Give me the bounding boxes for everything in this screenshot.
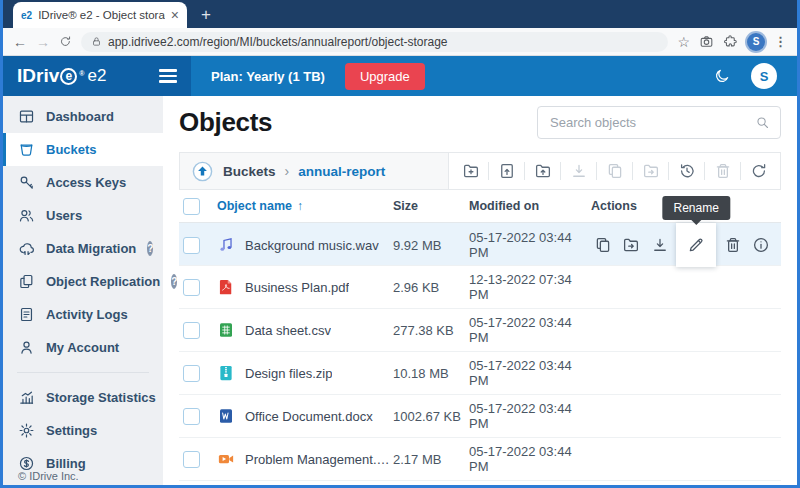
object-modified: 05-17-2022 03:44 PM [469,315,591,345]
tab-close-icon[interactable]: × [171,8,179,22]
sidebar-item-access-keys[interactable]: Access Keys [3,166,163,199]
row-action-info-button[interactable] [749,233,773,257]
object-row-business-plan-pdf[interactable]: Business Plan.pdf2.96 KB12-13-2022 07:34… [179,266,781,309]
dark-mode-moon-icon[interactable] [713,67,731,85]
back-icon[interactable]: ← [13,35,27,49]
object-size: 2.17 MB [393,452,469,467]
upload-file-button[interactable] [494,159,519,184]
folder-upload-icon [534,162,552,180]
address-bar[interactable]: app.idrivee2.com/region/MI/buckets/annua… [81,32,668,52]
object-row-problem-management-avi[interactable]: Problem Management.avi2.17 MB05-17-2022 … [179,438,781,481]
versions-button[interactable] [674,159,699,184]
file-audio-icon [217,236,235,254]
folder-move-icon [642,162,660,180]
sidebar-item-dashboard[interactable]: Dashboard [3,100,163,133]
rename-tooltip: Rename [662,196,729,220]
sidebar-divider [17,372,149,373]
go-up-icon[interactable] [191,160,214,183]
download-button [566,159,591,184]
lock-icon [91,36,102,47]
sidebar-item-storage-statistics[interactable]: Storage Statistics [3,381,163,414]
select-all-checkbox[interactable] [183,198,200,215]
favicon: e2 [21,10,32,21]
dashboard-icon [18,108,35,125]
toolbar-separator [596,162,597,180]
logo-area: IDrive®e2 [3,56,191,96]
column-object-name[interactable]: Object name ↑ [217,199,393,213]
sidebar-item-object-replication[interactable]: Object Replication? [3,265,163,298]
row-checkbox[interactable] [183,408,200,425]
sort-ascending-icon: ↑ [297,199,303,213]
browser-menu-icon[interactable]: ⋮ [774,34,787,49]
trash-icon [714,162,732,180]
cloud-migration-icon [18,240,35,257]
menu-hamburger-icon[interactable] [159,69,177,83]
row-action-rename-button[interactable]: Rename [676,223,716,267]
object-row-design-files-zip[interactable]: Design files.zip10.18 MB05-17-2022 03:44… [179,352,781,395]
sidebar-item-activity-logs[interactable]: Activity Logs [3,298,163,331]
reload-icon[interactable] [59,35,72,48]
row-checkbox[interactable] [183,365,200,382]
sidebar-item-settings[interactable]: Settings [3,414,163,447]
browser-tab[interactable]: e2 IDrive® e2 - Object storage × [13,2,187,28]
row-checkbox[interactable] [183,451,200,468]
row-action-copy-button[interactable] [591,233,615,257]
tab-title: IDrive® e2 - Object storage [38,9,165,21]
search-box[interactable] [537,106,781,139]
help-icon[interactable]: ? [171,274,177,289]
search-icon[interactable] [755,115,770,130]
sidebar-item-users[interactable]: Users [3,199,163,232]
object-size: 2.96 KB [393,280,469,295]
extensions-puzzle-icon[interactable] [723,34,738,49]
key-icon [18,174,35,191]
object-name: Business Plan.pdf [245,280,349,295]
object-row-office-document-docx[interactable]: Office Document.docx1002.67 KB05-17-2022… [179,395,781,438]
object-size: 1002.67 KB [393,409,469,424]
object-size: 10.18 MB [393,366,469,381]
help-icon[interactable]: ? [147,241,153,256]
toolbar-separator [704,162,705,180]
camera-extension-icon[interactable] [699,34,714,49]
object-modified: 12-13-2022 07:34 PM [469,272,591,302]
sidebar-item-my-account[interactable]: My Account [3,331,163,364]
object-name: Problem Management.avi [245,452,393,467]
row-action-delete-button[interactable] [721,233,745,257]
download-icon [570,162,588,180]
toolbar-separator [560,162,561,180]
users-icon [18,207,35,224]
object-modified: 05-17-2022 03:44 PM [469,401,591,431]
sidebar-item-data-migration[interactable]: Data Migration? [3,232,163,265]
new-tab-button[interactable]: + [201,6,211,23]
info-icon [752,236,770,254]
folder-move-icon [622,236,640,254]
folder-plus-icon [462,162,480,180]
breadcrumb-buckets[interactable]: Buckets [223,164,276,179]
bookmark-star-icon[interactable]: ☆ [677,34,690,50]
toolbar-separator [488,162,489,180]
object-row-data-sheet-csv[interactable]: Data sheet.csv277.38 KB05-17-2022 03:44 … [179,309,781,352]
file-upload-icon [498,162,516,180]
breadcrumb-toolbar-bar: Buckets › annual-report [179,152,781,190]
copyright-text: © IDrive Inc. [18,470,79,482]
row-checkbox[interactable] [183,237,200,254]
object-row-background-music-wav[interactable]: Background music.wav9.92 MB05-17-2022 03… [179,223,781,266]
sidebar-item-buckets[interactable]: Buckets [3,133,163,166]
row-action-download-button[interactable] [648,233,672,257]
row-checkbox[interactable] [183,322,200,339]
upload-folder-button[interactable] [530,159,555,184]
refresh-button[interactable] [746,159,771,184]
user-avatar[interactable]: S [751,63,777,89]
create-folder-button[interactable] [458,159,483,184]
row-action-move-button[interactable] [619,233,643,257]
browser-profile-avatar[interactable]: S [747,33,765,51]
file-csv-icon [217,321,235,339]
breadcrumb-current-bucket[interactable]: annual-report [298,164,385,179]
upgrade-button[interactable]: Upgrade [345,63,425,90]
search-input[interactable] [548,114,755,131]
object-name: Office Document.docx [245,409,373,424]
row-checkbox[interactable] [183,279,200,296]
toolbar-separator [668,162,669,180]
toolbar-separator [632,162,633,180]
file-video-icon [217,450,235,468]
pencil-icon [687,236,705,254]
